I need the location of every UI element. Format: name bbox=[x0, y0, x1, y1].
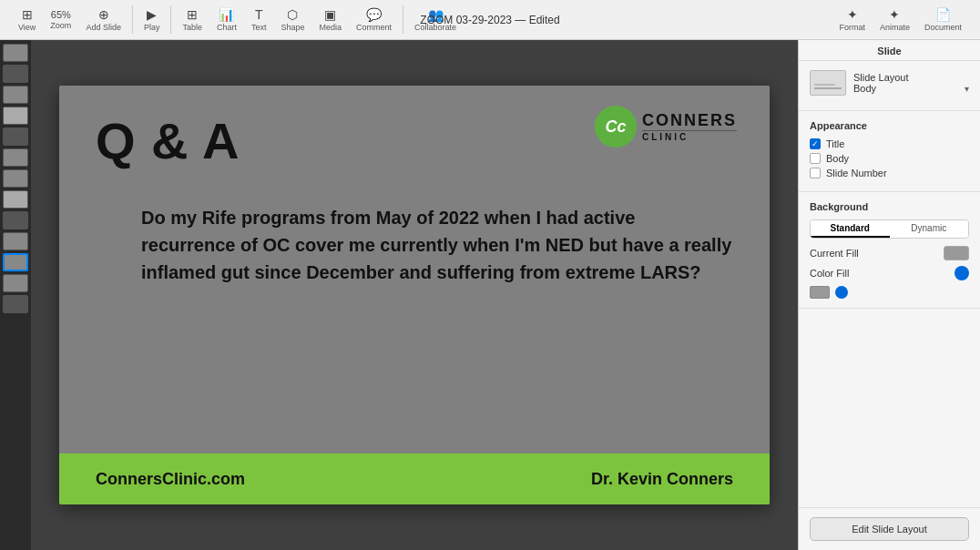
text-button[interactable]: T Text bbox=[246, 5, 272, 34]
add-slide-button[interactable]: ⊕ Add Slide bbox=[80, 5, 127, 34]
slide-thumbnail-panel bbox=[0, 40, 31, 550]
current-fill-label: Current Fill bbox=[810, 248, 859, 259]
media-icon: ▣ bbox=[324, 7, 336, 22]
layout-select-row[interactable]: Body ▾ bbox=[853, 83, 969, 94]
media-label: Media bbox=[320, 23, 342, 32]
color-fill-label: Color Fill bbox=[810, 268, 849, 279]
play-button[interactable]: ▶ Play bbox=[138, 5, 166, 34]
slide-thumb-11[interactable] bbox=[3, 253, 28, 271]
slide-logo: Cc CONNERS CLINIC bbox=[595, 106, 737, 148]
color-swatch-small[interactable] bbox=[810, 286, 830, 299]
animate-button[interactable]: ✦ Animate bbox=[874, 5, 915, 34]
chart-icon: 📊 bbox=[219, 7, 234, 22]
slide-thumb-10[interactable] bbox=[3, 232, 28, 250]
color-circle-small[interactable] bbox=[835, 286, 848, 299]
logo-initials: Cc bbox=[605, 117, 626, 137]
animate-label: Animate bbox=[880, 23, 910, 32]
logo-clinic: CLINIC bbox=[642, 130, 737, 142]
slide-panel-header: Slide bbox=[799, 40, 980, 61]
layout-thumbnail bbox=[810, 70, 846, 96]
slide-number-checkbox-row[interactable]: Slide Number bbox=[810, 168, 969, 178]
zoom-label: Zoom bbox=[50, 21, 71, 30]
zoom-icon: 65% bbox=[51, 9, 71, 20]
body-checkbox[interactable] bbox=[810, 153, 821, 164]
slide-footer: ConnersClinic.com Dr. Kevin Conners bbox=[59, 453, 770, 504]
logo-circle: Cc bbox=[595, 106, 637, 148]
slide-canvas[interactable]: Q & A Cc CONNERS CLINIC Do my Rife progr… bbox=[59, 86, 770, 504]
animate-icon: ✦ bbox=[889, 7, 900, 22]
current-fill-row: Current Fill bbox=[810, 246, 969, 260]
background-section: Background Standard Dynamic Current Fill… bbox=[799, 192, 980, 309]
view-icon: ⊞ bbox=[22, 7, 33, 22]
view-label: View bbox=[18, 23, 36, 32]
slide-thumb-3[interactable] bbox=[3, 86, 28, 104]
background-toggle[interactable]: Standard Dynamic bbox=[810, 219, 969, 239]
body-checkbox-label: Body bbox=[826, 153, 849, 164]
table-label: Table bbox=[182, 23, 202, 32]
logo-name: CONNERS bbox=[642, 111, 737, 130]
logo-text: CONNERS CLINIC bbox=[642, 111, 737, 142]
shape-button[interactable]: ⬡ Shape bbox=[275, 5, 310, 34]
appearance-label: Appearance bbox=[810, 120, 969, 131]
slide-thumb-6[interactable] bbox=[3, 148, 28, 167]
footer-name: Dr. Kevin Conners bbox=[591, 470, 733, 489]
layout-preview-row: Slide Layout Body ▾ bbox=[810, 70, 969, 96]
zoom-button[interactable]: 65% Zoom bbox=[45, 7, 77, 32]
view-button[interactable]: ⊞ View bbox=[13, 5, 41, 34]
slide-thumb-2[interactable] bbox=[3, 65, 28, 83]
comment-button[interactable]: 💬 Comment bbox=[351, 5, 397, 34]
comment-icon: 💬 bbox=[366, 7, 382, 22]
format-button[interactable]: ✦ Format bbox=[833, 5, 871, 34]
layout-section-label: Slide Layout bbox=[853, 72, 969, 83]
footer-website: ConnersClinic.com bbox=[96, 470, 245, 489]
current-fill-swatch[interactable] bbox=[944, 246, 969, 260]
slide-title[interactable]: Q & A bbox=[96, 111, 240, 170]
document-button[interactable]: 📄 Document bbox=[919, 5, 967, 34]
appearance-section: Appearance ✓ Title Body Slide Number bbox=[799, 111, 980, 192]
color-swatch-row bbox=[810, 286, 969, 299]
slide-body: Q & A Cc CONNERS CLINIC Do my Rife progr… bbox=[59, 86, 770, 453]
slide-thumb-4[interactable] bbox=[3, 107, 28, 125]
layout-value: Body bbox=[853, 83, 876, 94]
background-label: Background bbox=[810, 201, 969, 212]
slide-number-checkbox-label: Slide Number bbox=[826, 168, 887, 178]
slide-thumb-7[interactable] bbox=[3, 169, 28, 188]
body-checkbox-row[interactable]: Body bbox=[810, 153, 969, 164]
layout-chevron-icon[interactable]: ▾ bbox=[965, 84, 969, 94]
color-fill-row: Color Fill bbox=[810, 266, 969, 280]
title-checkbox-row[interactable]: ✓ Title bbox=[810, 138, 969, 149]
shape-label: Shape bbox=[281, 23, 304, 32]
dynamic-button[interactable]: Dynamic bbox=[890, 220, 969, 238]
slide-number-checkbox[interactable] bbox=[810, 168, 821, 178]
current-fill-swatch-row bbox=[944, 246, 969, 260]
edit-slide-layout-button[interactable]: Edit Slide Layout bbox=[810, 517, 969, 541]
slide-thumb-8[interactable] bbox=[3, 190, 28, 209]
table-icon: ⊞ bbox=[187, 7, 198, 22]
table-button[interactable]: ⊞ Table bbox=[177, 5, 208, 34]
slide-thumb-1[interactable] bbox=[3, 44, 28, 62]
check-icon: ✓ bbox=[812, 139, 819, 148]
text-label: Text bbox=[251, 23, 267, 32]
play-icon: ▶ bbox=[147, 7, 157, 22]
format-label: Format bbox=[839, 23, 865, 32]
document-icon: 📄 bbox=[935, 7, 951, 22]
slide-question-text[interactable]: Do my Rife programs from May of 2022 whe… bbox=[141, 204, 733, 286]
standard-button[interactable]: Standard bbox=[811, 220, 890, 238]
chart-label: Chart bbox=[217, 23, 237, 32]
title-checkbox-label: Title bbox=[826, 138, 844, 149]
slide-editing-area: Q & A Cc CONNERS CLINIC Do my Rife progr… bbox=[31, 40, 798, 550]
slide-thumb-13[interactable] bbox=[3, 295, 28, 313]
color-fill-icon[interactable] bbox=[954, 266, 969, 280]
edit-slide-layout-section: Edit Slide Layout bbox=[799, 507, 980, 550]
slide-thumb-5[interactable] bbox=[3, 127, 28, 146]
slide-thumb-12[interactable] bbox=[3, 274, 28, 292]
add-slide-icon: ⊕ bbox=[98, 7, 109, 22]
slide-thumb-9[interactable] bbox=[3, 211, 28, 229]
chart-button[interactable]: 📊 Chart bbox=[211, 5, 242, 34]
media-button[interactable]: ▣ Media bbox=[314, 5, 348, 34]
layout-section: Slide Layout Body ▾ bbox=[799, 61, 980, 111]
format-icon: ✦ bbox=[847, 7, 858, 22]
title-checkbox[interactable]: ✓ bbox=[810, 138, 821, 149]
shape-icon: ⬡ bbox=[287, 7, 298, 22]
right-panel: Slide Slide Layout Body ▾ Appearance bbox=[798, 40, 980, 550]
